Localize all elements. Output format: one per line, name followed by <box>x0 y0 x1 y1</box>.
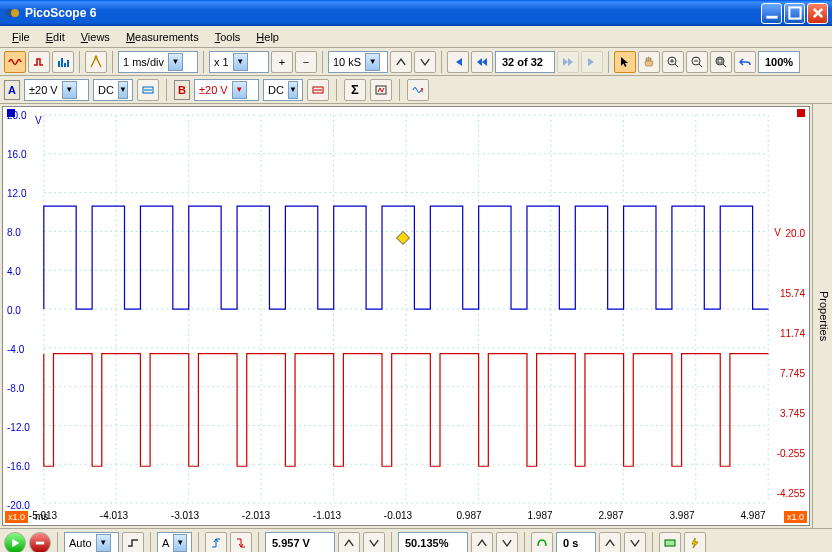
chevron-down-icon: ▼ <box>173 534 187 552</box>
x-tick: -4.013 <box>100 510 128 521</box>
samples-dec-button[interactable] <box>414 51 436 73</box>
svg-point-11 <box>716 57 724 65</box>
zoom-fit-button[interactable] <box>710 51 732 73</box>
x-tick: -0.013 <box>384 510 412 521</box>
pretrigger-inc-button[interactable] <box>471 532 493 553</box>
close-button[interactable] <box>807 3 828 24</box>
trigger-level[interactable]: 5.957 V <box>265 532 335 553</box>
chevron-down-icon: ▼ <box>365 53 380 71</box>
channel-b-unit: V <box>774 227 781 238</box>
channel-b-label[interactable]: B <box>174 80 190 100</box>
x-tick: 2.987 <box>598 510 623 521</box>
timebase-value: 1 ms/div <box>123 56 164 68</box>
zoom-badge-left: x1.0 <box>5 511 28 523</box>
pointer-tool-button[interactable] <box>614 51 636 73</box>
level-dec-button[interactable] <box>363 532 385 553</box>
trigger-rising-button[interactable] <box>205 532 227 553</box>
xmult-dec-button[interactable]: − <box>295 51 317 73</box>
channel-bar: A ±20 V▼ DC▼ B ±20 V▼ DC▼ Σ <box>0 76 832 104</box>
nav-first-button[interactable] <box>447 51 469 73</box>
cursor-marker[interactable] <box>396 231 410 245</box>
undo-zoom-button[interactable] <box>734 51 756 73</box>
spectrum-mode-button[interactable] <box>52 51 74 73</box>
math-sigma-button[interactable]: Σ <box>344 79 366 101</box>
scope-mode-button[interactable] <box>4 51 26 73</box>
x-tick: 3.987 <box>669 510 694 521</box>
zoom-badge-right: x1.0 <box>784 511 807 523</box>
y-tick-a: -4.0 <box>7 344 24 355</box>
maximize-button[interactable] <box>784 3 805 24</box>
zoom-out-button[interactable] <box>686 51 708 73</box>
channel-b-options-button[interactable] <box>307 79 329 101</box>
channel-a-coupling-select[interactable]: DC▼ <box>93 79 133 101</box>
zoom-percent: 100% <box>758 51 800 73</box>
xmult-inc-button[interactable]: + <box>271 51 293 73</box>
xmult-select[interactable]: x 1▼ <box>209 51 269 73</box>
menu-measurements[interactable]: Measurements <box>118 28 207 46</box>
menu-tools[interactable]: Tools <box>207 28 249 46</box>
channel-a-range-select[interactable]: ±20 V▼ <box>24 79 89 101</box>
level-inc-button[interactable] <box>338 532 360 553</box>
channel-a-range-value: ±20 V <box>29 84 58 96</box>
x-tick: 0.987 <box>456 510 481 521</box>
chevron-down-icon: ▼ <box>232 81 247 99</box>
nav-position: 32 of 32 <box>495 51 555 73</box>
properties-tab[interactable]: Properties <box>812 104 832 528</box>
chevron-down-icon: ▼ <box>62 81 77 99</box>
svg-rect-38 <box>36 541 44 544</box>
trigger-edge-button[interactable] <box>122 532 144 553</box>
nav-prev-button[interactable] <box>471 51 493 73</box>
trigger-mode-select[interactable]: Auto▼ <box>64 532 119 553</box>
serial-decode-button[interactable] <box>407 79 429 101</box>
y-tick-a: 0.0 <box>7 305 21 316</box>
menu-file[interactable]: File <box>4 28 38 46</box>
persistence-mode-button[interactable] <box>28 51 50 73</box>
chevron-down-icon: ▼ <box>168 53 183 71</box>
channel-b-coupling-value: DC <box>268 84 284 96</box>
channel-a-options-button[interactable] <box>137 79 159 101</box>
channel-b-range-select[interactable]: ±20 V▼ <box>194 79 259 101</box>
signal-gen-button[interactable] <box>85 51 107 73</box>
menubar: File Edit Views Measurements Tools Help <box>0 26 832 48</box>
pretrigger-dec-button[interactable] <box>496 532 518 553</box>
chevron-down-icon: ▼ <box>233 53 248 71</box>
rapid-trigger-button[interactable] <box>684 532 706 553</box>
delay-dec-button[interactable] <box>624 532 646 553</box>
timebase-select[interactable]: 1 ms/div▼ <box>118 51 198 73</box>
trigger-falling-button[interactable] <box>230 532 252 553</box>
channel-b-coupling-select[interactable]: DC▼ <box>263 79 303 101</box>
y-tick-b: -4.255 <box>777 488 805 499</box>
y-tick-b: -0.255 <box>777 448 805 459</box>
stop-button[interactable] <box>29 532 51 553</box>
minimize-button[interactable] <box>761 3 782 24</box>
pan-tool-button[interactable] <box>638 51 660 73</box>
run-button[interactable] <box>4 532 26 553</box>
reference-waveform-button[interactable] <box>370 79 392 101</box>
y-tick-a: -12.0 <box>7 422 30 433</box>
samples-value: 10 kS <box>333 56 361 68</box>
delay-button[interactable] <box>531 532 553 553</box>
x-axis-unit: ms <box>35 511 48 522</box>
measurements-button[interactable] <box>659 532 681 553</box>
svg-rect-2 <box>766 16 777 19</box>
channel-a-label[interactable]: A <box>4 80 20 100</box>
menu-edit[interactable]: Edit <box>38 28 73 46</box>
main-toolbar: 1 ms/div▼ x 1▼ + − 10 kS▼ 32 of 32 100% <box>0 48 832 76</box>
nav-next-button[interactable] <box>557 51 579 73</box>
y-tick-a: -20.0 <box>7 500 30 511</box>
zoom-in-button[interactable] <box>662 51 684 73</box>
y-tick-b: 11.74 <box>780 328 805 339</box>
svg-point-1 <box>11 9 19 17</box>
trigger-delay[interactable]: 0 s <box>556 532 596 553</box>
trigger-source-select[interactable]: A▼ <box>157 532 192 553</box>
svg-rect-5 <box>61 58 63 67</box>
waveform-graph[interactable]: 20.016.012.08.04.00.0-4.0-8.0-12.0-16.0-… <box>2 106 810 526</box>
nav-last-button[interactable] <box>581 51 603 73</box>
pretrigger[interactable]: 50.135% <box>398 532 468 553</box>
samples-inc-button[interactable] <box>390 51 412 73</box>
samples-select[interactable]: 10 kS▼ <box>328 51 388 73</box>
menu-help[interactable]: Help <box>248 28 287 46</box>
delay-inc-button[interactable] <box>599 532 621 553</box>
channel-a-indicator <box>7 109 15 117</box>
menu-views[interactable]: Views <box>73 28 118 46</box>
